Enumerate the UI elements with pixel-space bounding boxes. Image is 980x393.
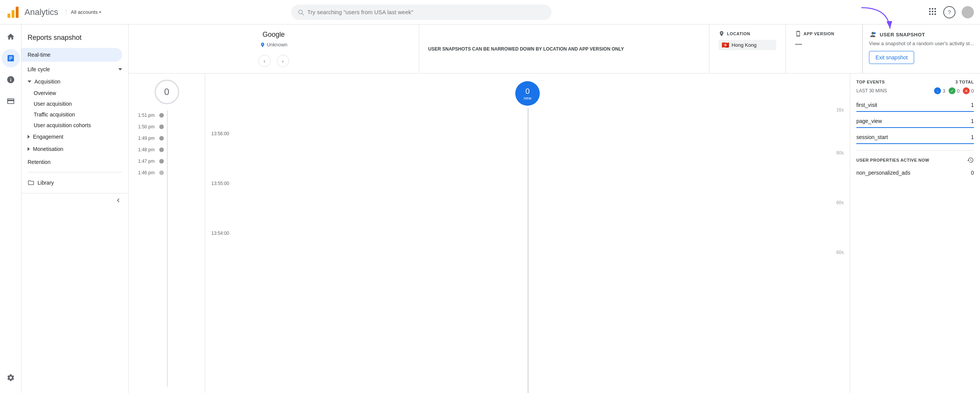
svg-rect-0 [8, 13, 10, 18]
time-label-1: 1:50 pm [135, 124, 155, 129]
engagement-expand-icon [28, 135, 30, 139]
sidebar-collapse-button[interactable] [21, 193, 128, 207]
location-pin-icon [260, 42, 265, 47]
traffic-acquisition-label: Traffic acquisition [34, 111, 75, 118]
app-version-value: — [795, 40, 853, 48]
location-card: LOCATION 🇭🇰 Hong Kong [709, 25, 786, 73]
timeline-entry-2: 1:49 pm [129, 136, 205, 141]
axis-label-60s-2: 60s [836, 200, 844, 205]
help-icon[interactable]: ? [943, 6, 956, 18]
location-icon [719, 31, 725, 37]
user-snapshot-header: USER SNAPSHOT [869, 31, 974, 38]
user-count: 0 [164, 87, 169, 97]
time-label-4: 1:47 pm [135, 159, 155, 164]
prev-button[interactable]: ‹ [258, 55, 271, 67]
svg-rect-11 [934, 11, 936, 12]
timeline-dot-4 [159, 159, 164, 164]
sidebar-engagement[interactable]: Engagement [21, 131, 128, 143]
retention-label: Retention [28, 159, 51, 165]
svg-rect-13 [932, 13, 933, 15]
last-30-row: LAST 30 MINS ↓ 3 ✓ 0 ✕ 0 [856, 87, 974, 94]
time-label-5: 1:46 pm [135, 170, 155, 175]
sidebar-user-acquisition[interactable]: User acquisition [21, 98, 128, 109]
next-button[interactable]: › [277, 55, 289, 67]
red-count: 0 [971, 88, 974, 94]
location-text: Hong Kong [732, 42, 756, 48]
svg-rect-10 [932, 11, 933, 12]
prop-row-non-personalized: non_personalized_ads 0 [856, 167, 974, 179]
sidebar-section-lifecycle[interactable]: Life cycle [21, 62, 128, 75]
nav-advertising[interactable] [2, 92, 20, 110]
location-value: 🇭🇰 Hong Kong [719, 40, 776, 50]
nav-reports[interactable] [2, 49, 20, 67]
engagement-label: Engagement [33, 134, 63, 140]
overview-label: Overview [34, 90, 56, 96]
snapshot-strip: Google Unknown ‹ › USER SNAPSHOTS CAN BE… [129, 25, 980, 74]
search-input[interactable] [307, 9, 546, 15]
app-title: Analytics [24, 7, 58, 17]
event-row-page-view[interactable]: page_view 1 [856, 115, 974, 128]
topbar: Analytics All accounts ▾ ? [0, 0, 980, 25]
account-chevron-icon: ▾ [99, 10, 101, 14]
library-label: Library [38, 180, 54, 186]
session-start-count: 1 [971, 134, 974, 140]
session-start-label: session_start [856, 134, 888, 140]
topbar-right: ? [928, 6, 974, 18]
collapse-icon [114, 196, 122, 204]
hk-flag-icon: 🇭🇰 [722, 41, 729, 49]
timeline-panel: 0 1:51 pm 1:50 pm 1:49 pm [129, 74, 205, 393]
user-snapshot-panel: USER SNAPSHOT View a snapshot of a rando… [862, 25, 980, 73]
sidebar-overview[interactable]: Overview [21, 88, 128, 98]
chart-area: 0 1:51 pm 1:50 pm 1:49 pm [129, 74, 980, 393]
new-users-bubble: 0 new [515, 81, 540, 106]
timeline-entry-5: 1:46 pm [129, 170, 205, 175]
timeline-dot-5 [159, 170, 164, 175]
unknown-label: Unknown [260, 42, 287, 47]
section-divider [856, 150, 974, 151]
sidebar-acquisition[interactable]: Acquisition [21, 75, 128, 88]
sidebar-item-realtime[interactable]: Real-time [21, 48, 122, 62]
sidebar-divider [28, 172, 122, 172]
history-icon [967, 157, 974, 164]
axis-label-16s: 16s [836, 107, 844, 113]
exit-snapshot-button[interactable]: Exit snapshot [869, 51, 914, 64]
avatar[interactable] [962, 6, 974, 18]
page-view-count: 1 [971, 118, 974, 124]
user-acquisition-label: User acquisition [34, 101, 72, 107]
monetisation-expand-icon [28, 147, 30, 151]
nav-settings[interactable] [2, 368, 20, 387]
time-marker-1: 13:56:00 [211, 131, 229, 136]
bubble-label: new [524, 96, 531, 100]
svg-rect-8 [934, 8, 936, 10]
app-version-card: APP VERSION — [786, 25, 862, 73]
acquisition-label: Acquisition [34, 79, 60, 85]
event-row-first-visit[interactable]: first_visit 1 [856, 99, 974, 112]
sidebar-monetisation[interactable]: Monetisation [21, 143, 128, 155]
apps-grid-icon[interactable] [928, 7, 937, 17]
sidebar-realtime-label: Real-time [28, 52, 51, 58]
monetisation-label: Monetisation [33, 146, 63, 152]
event-row-session-start[interactable]: session_start 1 [856, 131, 974, 144]
acquisition-expand-icon [28, 80, 31, 83]
icon-nav [0, 25, 21, 393]
nav-home[interactable] [2, 28, 20, 46]
sidebar-user-acquisition-cohorts[interactable]: User acquisition cohorts [21, 120, 128, 131]
search-icon [297, 9, 304, 16]
red-stat: ✕ 0 [963, 87, 974, 94]
top-events-header: TOP EVENTS 3 TOTAL [856, 80, 974, 84]
time-marker-3: 13:54:00 [211, 231, 229, 236]
timeline-entry-0: 1:51 pm [129, 113, 205, 118]
snapshot-warning-text: USER SNAPSHOTS CAN BE NARROWED DOWN BY L… [428, 46, 700, 52]
timeline-entry-1: 1:50 pm [129, 124, 205, 129]
sidebar-library[interactable]: Library [21, 175, 128, 190]
nav-insights[interactable] [2, 70, 20, 89]
middle-chart: 0 new 16s 60s 60s 60s 13:56:00 13:55:00 … [205, 74, 850, 393]
svg-rect-2 [16, 7, 18, 18]
account-selector[interactable]: All accounts ▾ [66, 9, 101, 15]
user-snapshot-icon [869, 31, 877, 38]
sidebar-traffic-acquisition[interactable]: Traffic acquisition [21, 109, 128, 120]
chart-vertical-line [528, 108, 529, 393]
card-nav: ‹ › [258, 55, 289, 67]
svg-rect-1 [11, 10, 14, 18]
sidebar-retention[interactable]: Retention [21, 155, 122, 169]
